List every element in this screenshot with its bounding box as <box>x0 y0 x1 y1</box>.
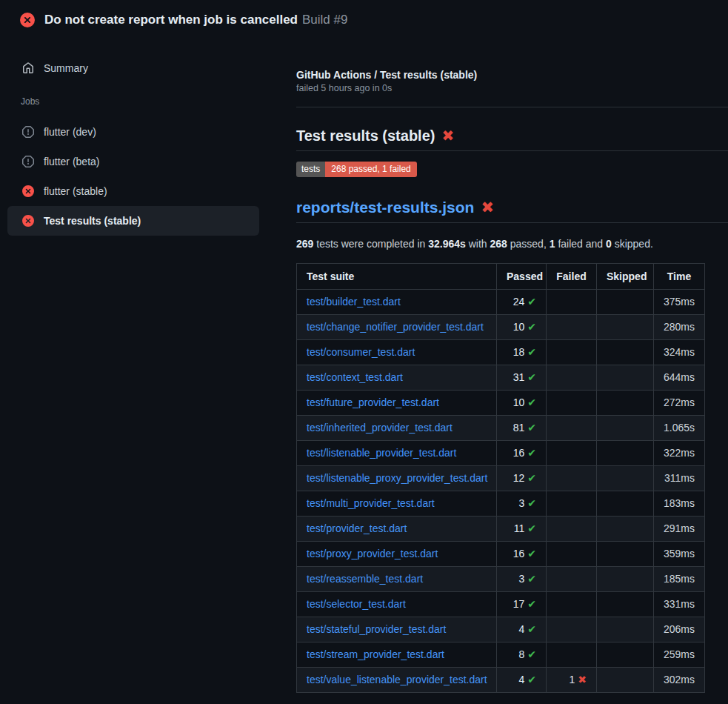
test-suite-link[interactable]: test/builder_test.dart <box>307 296 401 308</box>
column-header-test-suite: Test suite <box>297 264 497 290</box>
test-suite-link[interactable]: test/change_notifier_provider_test.dart <box>307 321 484 333</box>
test-suite-link[interactable]: test/listenable_proxy_provider_test.dart <box>307 472 487 484</box>
check-icon: ✔ <box>527 296 536 308</box>
count-value: 24 <box>513 296 525 308</box>
test-suite-link[interactable]: test/stateful_provider_test.dart <box>307 623 446 635</box>
time-cell: 375ms <box>654 290 705 315</box>
breadcrumb[interactable]: GitHub Actions / Test results (stable) <box>296 68 728 82</box>
skipped-cell <box>597 441 654 466</box>
failed-cell: 1✖ <box>547 668 597 693</box>
sidebar-item-flutter-stable[interactable]: flutter (stable) <box>7 176 259 206</box>
count-value: 4 <box>518 674 524 685</box>
failed-x-icon: ✖ <box>481 199 494 216</box>
test-suite-link[interactable]: test/value_listenable_provider_test.dart <box>307 674 487 685</box>
check-icon: ✔ <box>527 674 536 685</box>
sidebar-item-test-results-stable[interactable]: Test results (stable) <box>7 206 259 236</box>
test-suite-link[interactable]: test/context_test.dart <box>307 371 403 383</box>
passed-cell: 24✔ <box>497 290 547 315</box>
skipped-cell <box>597 517 654 542</box>
test-suite-link[interactable]: test/reassemble_test.dart <box>307 573 423 585</box>
table-row: test/listenable_provider_test.dart16✔322… <box>297 441 705 466</box>
count-value: 81 <box>513 422 525 434</box>
sidebar-item-flutter-beta[interactable]: flutter (beta) <box>7 147 259 176</box>
failed-cell <box>547 542 597 567</box>
sidebar-item-flutter-dev[interactable]: flutter (dev) <box>7 117 259 147</box>
test-suite-cell: test/reassemble_test.dart <box>297 567 497 592</box>
time-cell: 291ms <box>654 517 705 542</box>
test-suite-cell: test/proxy_provider_test.dart <box>297 542 497 567</box>
x-circle-icon <box>20 13 35 27</box>
report-file-link[interactable]: reports/test-results.json <box>296 199 474 216</box>
test-suite-link[interactable]: test/provider_test.dart <box>307 522 407 534</box>
test-suite-cell: test/inherited_provider_test.dart <box>297 416 497 441</box>
sidebar-item-summary[interactable]: Summary <box>7 53 259 83</box>
skipped-cell <box>597 416 654 441</box>
failed-cell <box>547 567 597 592</box>
count-value: 10 <box>513 321 525 333</box>
column-header-skipped: Skipped <box>597 264 654 290</box>
build-header: Do not create report when job is cancell… <box>0 0 728 27</box>
passed-cell: 3✔ <box>497 567 547 592</box>
table-row: test/value_listenable_provider_test.dart… <box>297 668 705 693</box>
passed-cell: 16✔ <box>497 441 547 466</box>
test-suite-cell: test/consumer_test.dart <box>297 340 497 365</box>
test-suite-link[interactable]: test/selector_test.dart <box>307 598 406 610</box>
test-suite-cell: test/listenable_proxy_provider_test.dart <box>297 466 497 491</box>
skipped-cell <box>597 617 654 642</box>
failed-cell <box>547 290 597 315</box>
summary-segment: with <box>466 238 490 250</box>
failed-cell <box>547 466 597 491</box>
failed-cell <box>547 517 597 542</box>
passed-cell: 10✔ <box>497 315 547 340</box>
test-suite-cell: test/stream_provider_test.dart <box>297 642 497 668</box>
skipped-cell <box>597 642 654 668</box>
count-value: 1 <box>569 674 575 685</box>
skipped-cell <box>597 542 654 567</box>
table-row: test/reassemble_test.dart3✔185ms <box>297 567 705 592</box>
time-cell: 185ms <box>654 567 705 592</box>
sidebar-item-label: Test results (stable) <box>44 215 141 227</box>
test-suite-cell: test/context_test.dart <box>297 365 497 391</box>
check-icon: ✔ <box>527 548 536 559</box>
summary-segment: 1 <box>550 238 555 250</box>
check-icon: ✔ <box>527 648 536 660</box>
run-status-text: failed 5 hours ago in 0s <box>296 82 728 94</box>
passed-cell: 11✔ <box>497 517 547 542</box>
test-suite-link[interactable]: test/proxy_provider_test.dart <box>307 548 438 559</box>
table-row: test/provider_test.dart11✔291ms <box>297 517 705 542</box>
time-cell: 206ms <box>654 617 705 642</box>
build-title: Do not create report when job is cancell… <box>44 13 298 27</box>
column-header-time: Time <box>654 264 705 290</box>
tests-summary-text: 269 tests were completed in 32.964s with… <box>296 236 728 251</box>
count-value: 4 <box>518 623 524 635</box>
failed-cell <box>547 592 597 617</box>
table-header-row: Test suitePassedFailedSkippedTime <box>297 264 705 290</box>
failed-cell <box>547 391 597 416</box>
count-value: 3 <box>518 573 524 585</box>
time-cell: 1.065s <box>654 416 705 441</box>
test-suite-link[interactable]: test/inherited_provider_test.dart <box>307 422 453 434</box>
test-suite-link[interactable]: test/listenable_provider_test.dart <box>307 447 456 459</box>
check-icon: ✔ <box>527 396 536 408</box>
skipped-cell <box>597 592 654 617</box>
failed-cell <box>547 416 597 441</box>
test-suite-link[interactable]: test/consumer_test.dart <box>307 346 415 358</box>
column-header-passed: Passed <box>497 264 547 290</box>
summary-segment: failed and <box>555 238 607 250</box>
test-suite-link[interactable]: test/multi_provider_test.dart <box>307 497 435 509</box>
failed-cell <box>547 340 597 365</box>
x-circle-icon <box>22 215 34 227</box>
time-cell: 272ms <box>654 391 705 416</box>
passed-cell: 17✔ <box>497 592 547 617</box>
table-row: test/change_notifier_provider_test.dart1… <box>297 315 705 340</box>
test-suite-link[interactable]: test/stream_provider_test.dart <box>307 648 444 660</box>
check-run-panel: GitHub Actions / Test results (stable) f… <box>296 68 728 693</box>
test-suite-link[interactable]: test/future_provider_test.dart <box>307 396 439 408</box>
section-title: Test results (stable)✖ <box>296 125 728 151</box>
sidebar-item-label: Summary <box>44 62 88 74</box>
time-cell: 302ms <box>654 668 705 693</box>
divider <box>296 107 728 107</box>
passed-cell: 81✔ <box>497 416 547 441</box>
jobs-list: flutter (dev)flutter (beta)flutter (stab… <box>7 117 259 236</box>
table-row: test/selector_test.dart17✔331ms <box>297 592 705 617</box>
